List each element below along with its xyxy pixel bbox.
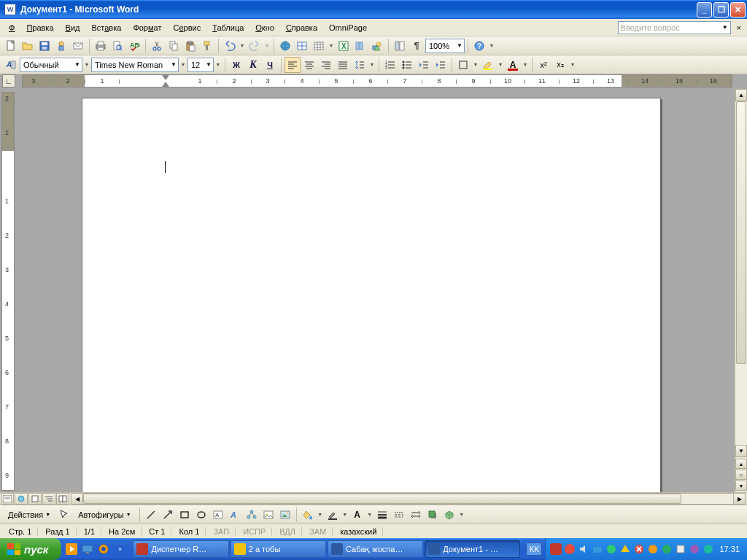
hyperlink-button[interactable]: [277, 38, 293, 54]
tray-icon[interactable]: [633, 543, 645, 555]
show-hide-button[interactable]: ¶: [409, 38, 425, 54]
menu-help[interactable]: Справка: [280, 21, 323, 34]
italic-button[interactable]: К: [245, 57, 261, 73]
horizontal-scrollbar[interactable]: ◀ ▶: [71, 493, 746, 505]
tray-icon[interactable]: [703, 543, 714, 555]
bold-button[interactable]: Ж: [228, 57, 244, 73]
border-button[interactable]: [455, 57, 471, 73]
document-page[interactable]: [82, 98, 661, 492]
menu-insert[interactable]: Вставка: [85, 21, 127, 34]
language-indicator[interactable]: KK: [526, 542, 542, 556]
redo-button[interactable]: [247, 38, 263, 54]
font-dropdown-extra[interactable]: ▼: [179, 62, 187, 67]
size-dropdown-extra[interactable]: ▼: [214, 62, 222, 67]
line-spacing-dropdown[interactable]: ▼: [368, 62, 376, 67]
clock[interactable]: 17:31: [716, 545, 743, 553]
vscroll-track[interactable]: [735, 101, 747, 445]
tray-icon[interactable]: [605, 543, 617, 555]
help-search-box[interactable]: Введите вопрос ▼: [618, 21, 731, 34]
tray-icon[interactable]: [550, 543, 562, 555]
highlight-dropdown[interactable]: ▼: [497, 62, 504, 67]
email-button[interactable]: [70, 38, 86, 54]
menu-window[interactable]: Окно: [249, 21, 280, 34]
excel-button[interactable]: X: [336, 38, 352, 54]
insert-table-button[interactable]: [311, 38, 327, 54]
ql-expand-icon[interactable]: »: [112, 541, 127, 557]
menu-edit[interactable]: Правка: [20, 21, 59, 34]
highlight-button[interactable]: [480, 57, 496, 73]
print-button[interactable]: [93, 38, 109, 54]
vertical-ruler[interactable]: 211234567891011: [1, 92, 15, 491]
wordart-button[interactable]: A: [227, 507, 243, 523]
vscroll-thumb[interactable]: [736, 101, 746, 364]
clipart-button[interactable]: [260, 507, 276, 523]
tray-icon[interactable]: [675, 543, 686, 555]
redo-dropdown[interactable]: ▼: [263, 43, 271, 48]
menu-format[interactable]: Формат: [127, 21, 167, 34]
font-color-draw-dropdown[interactable]: ▼: [366, 512, 374, 517]
ql-browser-icon[interactable]: [96, 541, 111, 557]
line-color-button[interactable]: [325, 507, 341, 523]
3d-button[interactable]: [441, 507, 457, 523]
arrow-tool-button[interactable]: [160, 507, 176, 523]
border-dropdown[interactable]: ▼: [472, 62, 479, 67]
undo-button[interactable]: [222, 38, 238, 54]
increase-indent-button[interactable]: [433, 57, 449, 73]
fill-color-dropdown[interactable]: ▼: [317, 512, 324, 517]
help-close-button[interactable]: ×: [734, 23, 744, 32]
taskbar-item[interactable]: 2 а тобы: [231, 540, 326, 558]
menu-omnipage[interactable]: OmniPage: [323, 21, 373, 34]
hscroll-thumb[interactable]: [83, 494, 681, 504]
tab-type-button[interactable]: ∟: [2, 74, 15, 88]
menu-file[interactable]: Ф: [3, 21, 20, 34]
fill-color-button[interactable]: [300, 507, 316, 523]
menu-view[interactable]: Вид: [60, 21, 86, 34]
size-combo[interactable]: 12▼: [187, 58, 214, 72]
taskbar-item[interactable]: Сабақ жоспа…: [328, 540, 423, 558]
bullets-button[interactable]: [399, 57, 415, 73]
hscroll-right-button[interactable]: ▶: [733, 494, 745, 504]
justify-button[interactable]: [335, 57, 351, 73]
tray-icon[interactable]: [619, 543, 631, 555]
normal-view-button[interactable]: [1, 493, 14, 505]
draw-toolbar-options[interactable]: ▼: [458, 512, 465, 517]
scroll-up-button[interactable]: ▲: [735, 89, 747, 101]
arrow-style-button[interactable]: [408, 507, 424, 523]
tray-icon[interactable]: [592, 543, 603, 555]
tray-icon[interactable]: [661, 543, 673, 555]
document-viewport[interactable]: [16, 89, 735, 492]
font-color-draw-button[interactable]: A: [349, 507, 365, 523]
align-right-button[interactable]: [318, 57, 334, 73]
ql-desktop-icon[interactable]: [80, 541, 95, 557]
subscript-button[interactable]: x₂: [552, 57, 568, 73]
menu-tools[interactable]: Сервис: [167, 21, 206, 34]
textbox-tool-button[interactable]: A: [210, 507, 226, 523]
toolbar-options-dropdown[interactable]: ▼: [488, 43, 495, 48]
font-combo[interactable]: Times New Roman▼: [91, 58, 179, 72]
indent-marker[interactable]: [162, 75, 169, 80]
line-style-button[interactable]: [374, 507, 390, 523]
start-button[interactable]: пуск: [0, 538, 61, 560]
insert-picture-button[interactable]: [277, 507, 293, 523]
rectangle-tool-button[interactable]: [177, 507, 193, 523]
maximize-button[interactable]: ❐: [713, 2, 729, 18]
new-doc-button[interactable]: [3, 38, 19, 54]
scroll-down-button[interactable]: ▼: [735, 445, 747, 457]
paste-button[interactable]: [182, 38, 198, 54]
prev-page-button[interactable]: ▴: [735, 459, 747, 469]
fmt-toolbar-options[interactable]: ▼: [569, 62, 576, 67]
status-language[interactable]: казахский: [334, 527, 383, 536]
status-rec[interactable]: ЗАП: [207, 527, 236, 536]
minimize-button[interactable]: _: [697, 2, 712, 18]
open-button[interactable]: [20, 38, 36, 54]
taskbar-item[interactable]: Диспетчер R…: [133, 540, 228, 558]
diagram-button[interactable]: [244, 507, 260, 523]
next-page-button[interactable]: ▾: [735, 481, 747, 491]
tray-icon[interactable]: [564, 543, 576, 555]
close-button[interactable]: ✕: [730, 2, 746, 18]
tray-volume-icon[interactable]: [578, 543, 589, 555]
align-left-button[interactable]: [285, 57, 301, 73]
select-objects-button[interactable]: [56, 507, 72, 523]
insert-table-dropdown[interactable]: ▼: [328, 43, 335, 48]
menu-table[interactable]: Таблица: [206, 21, 249, 34]
